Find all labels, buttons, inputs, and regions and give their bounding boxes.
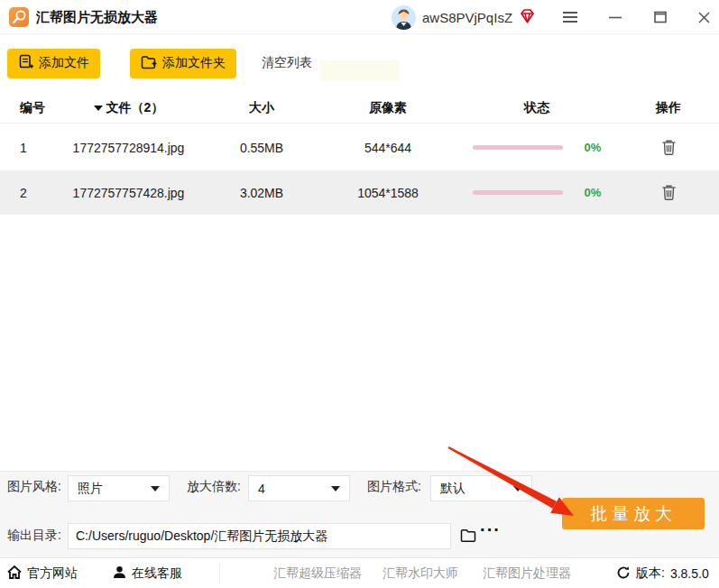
app-title: 汇帮图片无损放大器	[36, 9, 158, 26]
chevron-down-icon	[331, 486, 340, 492]
batch-enlarge-button[interactable]: 批量放大	[562, 498, 705, 529]
delete-row-button[interactable]	[657, 136, 680, 160]
progress-bar	[473, 190, 563, 195]
chevron-down-icon	[151, 486, 160, 492]
minimize-button[interactable]	[597, 0, 633, 34]
table-header: 编号 文件（2） 大小 原像素 状态 操作	[0, 93, 719, 124]
version-label: 版本:	[636, 565, 665, 582]
settings-panel: 图片风格: 照片 放大倍数: 4 图片格式: 默认 批量放大 输出目录: ···	[0, 471, 719, 557]
factor-label: 放大倍数:	[187, 479, 241, 495]
user-avatar[interactable]	[392, 5, 416, 30]
version-area[interactable]: 版本: 3.8.5.0	[616, 558, 709, 588]
online-service-link[interactable]: 在线客服	[113, 558, 182, 588]
cell-pixels: 1054*1588	[320, 186, 456, 200]
format-label: 图片格式:	[367, 479, 421, 495]
cell-pixels: 544*644	[320, 141, 456, 155]
footer-divider	[219, 563, 220, 584]
open-folder-icon[interactable]	[456, 524, 480, 547]
cell-status: 0%	[456, 141, 618, 154]
cell-index: 2	[0, 186, 54, 200]
home-icon	[7, 565, 22, 582]
header-file-label: 文件（2）	[106, 100, 164, 116]
add-file-button[interactable]: 添加文件	[7, 49, 100, 78]
delete-row-button[interactable]	[657, 181, 680, 205]
output-dir-label: 输出目录:	[7, 528, 61, 544]
cell-index: 1	[0, 141, 54, 155]
vip-badge-icon	[519, 7, 536, 28]
progress-percent: 0%	[585, 141, 602, 154]
header-file[interactable]: 文件（2）	[54, 100, 203, 116]
cell-action	[618, 136, 719, 160]
style-select[interactable]: 照片	[68, 475, 170, 501]
add-file-label: 添加文件	[39, 55, 89, 71]
footer-link-processor[interactable]: 汇帮图片处理器	[483, 558, 571, 588]
account-area[interactable]: awS8PVjPqIsZ	[392, 0, 536, 34]
titlebar: 汇帮图片无损放大器 awS8PVjPqIsZ	[0, 0, 719, 34]
progress-percent: 0%	[585, 186, 602, 199]
add-folder-label: 添加文件夹	[162, 55, 226, 71]
cell-filename: 1772757757428.jpg	[54, 186, 203, 200]
header-status: 状态	[456, 100, 618, 116]
factor-value: 4	[258, 482, 265, 496]
table-row[interactable]: 1 1772757728914.jpg 0.55MB 544*644 0%	[0, 125, 719, 170]
app-logo-icon	[9, 7, 29, 27]
official-site-label: 官方网站	[27, 565, 78, 582]
chevron-down-icon	[513, 486, 522, 492]
cell-status: 0%	[456, 186, 618, 199]
footer-link-compressor[interactable]: 汇帮超级压缩器	[273, 558, 362, 588]
clear-list-button[interactable]: 清空列表	[254, 50, 319, 77]
add-folder-icon	[141, 55, 157, 72]
toolbar: 添加文件 添加文件夹 清空列表	[7, 48, 319, 78]
cell-action	[618, 181, 719, 205]
username-text: awS8PVjPqIsZ	[422, 10, 512, 25]
person-icon	[113, 565, 126, 582]
official-site-link[interactable]: 官方网站	[7, 558, 78, 588]
footer: 官方网站 在线客服 汇帮超级压缩器 汇帮水印大师 汇帮图片处理器 版本: 3.8…	[0, 557, 719, 588]
format-select[interactable]: 默认	[430, 475, 532, 501]
cell-size: 0.55MB	[203, 141, 320, 155]
add-folder-button[interactable]: 添加文件夹	[130, 49, 236, 78]
menu-hamburger-icon[interactable]	[552, 0, 588, 34]
output-dir-input[interactable]	[68, 523, 451, 549]
progress-bar	[473, 145, 563, 150]
refresh-icon	[616, 565, 631, 583]
header-size[interactable]: 大小	[203, 100, 320, 116]
table-row[interactable]: 2 1772757757428.jpg 3.02MB 1054*1588 0%	[0, 170, 719, 215]
browse-more-button[interactable]: ···	[480, 519, 501, 540]
online-service-label: 在线客服	[132, 565, 182, 582]
maximize-button[interactable]	[642, 0, 678, 34]
header-index[interactable]: 编号	[0, 100, 54, 116]
factor-select[interactable]: 4	[248, 475, 350, 501]
version-value: 3.8.5.0	[670, 566, 709, 581]
cell-filename: 1772757728914.jpg	[54, 141, 203, 155]
close-button[interactable]	[686, 0, 719, 34]
header-pixels[interactable]: 原像素	[320, 100, 456, 116]
header-action: 操作	[618, 100, 719, 116]
faint-watermark-box	[320, 60, 400, 81]
format-value: 默认	[440, 481, 466, 497]
footer-link-watermark[interactable]: 汇帮水印大师	[383, 558, 458, 588]
sort-caret-icon	[94, 106, 103, 111]
style-label: 图片风格:	[7, 479, 61, 495]
add-file-icon	[18, 54, 33, 72]
style-value: 照片	[78, 481, 103, 497]
cell-size: 3.02MB	[203, 186, 320, 200]
